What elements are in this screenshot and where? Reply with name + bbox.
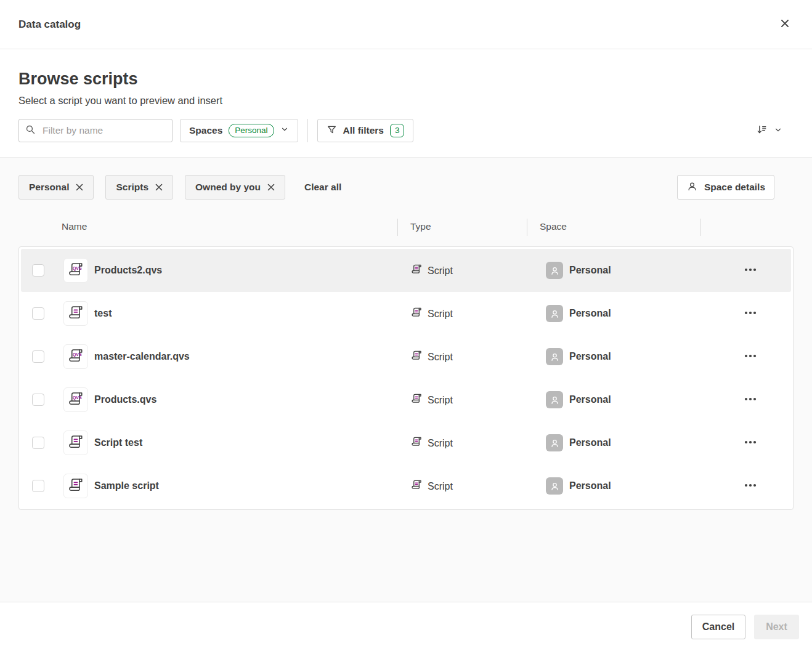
row-checkbox-cell: [32, 264, 44, 277]
qvs-file-icon: QVS: [68, 261, 84, 280]
personal-space-avatar-icon: [546, 391, 563, 408]
table-row[interactable]: QVS Script test: [21, 421, 791, 464]
personal-space-avatar-icon: [546, 305, 563, 322]
toolbar-divider: [307, 119, 308, 142]
file-icon-box: QVS: [63, 387, 88, 412]
script-type-icon: [411, 393, 423, 407]
row-space-cell: Personal: [546, 305, 611, 322]
chevron-down-icon: [280, 125, 289, 136]
script-type-icon: [411, 350, 423, 364]
three-dots-icon: [744, 392, 757, 408]
qvs-file-icon: QVS: [68, 390, 84, 410]
filter-chips-row: Personal Scripts Owned by you Clear all …: [18, 175, 794, 200]
close-button[interactable]: [776, 16, 794, 33]
row-checkbox[interactable]: [32, 307, 44, 320]
filter-chip[interactable]: Personal: [18, 175, 94, 200]
table-card: QVS Products2.qvs: [18, 246, 794, 510]
row-type-label: Script: [428, 308, 453, 319]
filter-chip-label: Personal: [29, 182, 69, 193]
next-button[interactable]: Next: [754, 615, 799, 639]
row-type-cell: Script: [411, 479, 453, 493]
space-details-button[interactable]: Space details: [677, 175, 774, 200]
chip-remove-icon[interactable]: [155, 184, 163, 191]
row-checkbox[interactable]: [32, 480, 44, 492]
column-header-name[interactable]: Name: [62, 221, 87, 232]
svg-text:QVS: QVS: [72, 266, 81, 271]
row-space-cell: Personal: [546, 262, 611, 279]
row-checkbox[interactable]: [32, 394, 44, 406]
table-row[interactable]: QVS Sample script: [21, 464, 791, 507]
person-icon: [686, 180, 698, 195]
row-menu-button[interactable]: [742, 305, 759, 322]
file-icon-box: QVS: [63, 258, 88, 283]
filter-chips: Personal Scripts Owned by you: [18, 175, 285, 200]
filters-count-badge: 3: [390, 124, 405, 137]
search-input[interactable]: [41, 124, 167, 137]
row-space-cell: Personal: [546, 348, 611, 365]
personal-space-avatar-icon: [546, 262, 563, 279]
space-details-label: Space details: [704, 182, 765, 193]
row-space-cell: Personal: [546, 434, 611, 451]
file-icon-box: QVS: [63, 301, 88, 326]
row-name: Sample script: [94, 480, 159, 491]
clear-all-button[interactable]: Clear all: [304, 182, 341, 193]
spaces-dropdown[interactable]: Spaces Personal: [180, 119, 298, 142]
search-icon: [25, 124, 36, 137]
filter-chip-label: Owned by you: [195, 182, 261, 193]
chip-remove-icon[interactable]: [76, 184, 83, 191]
close-icon: [779, 17, 791, 31]
row-menu-button[interactable]: [742, 477, 759, 495]
column-header-type[interactable]: Type: [410, 221, 431, 232]
personal-space-avatar-icon: [546, 348, 563, 365]
file-icon-box: QVS: [63, 344, 88, 369]
script-type-icon: [411, 264, 423, 278]
personal-space-avatar-icon: [546, 477, 563, 495]
row-menu-button[interactable]: [742, 348, 759, 365]
row-space-label: Personal: [569, 480, 611, 491]
table-body: QVS Products2.qvs: [21, 249, 791, 507]
script-file-icon: [68, 434, 84, 453]
row-menu-button[interactable]: [742, 391, 759, 408]
filter-chip[interactable]: Owned by you: [185, 175, 285, 200]
filter-chip[interactable]: Scripts: [105, 175, 173, 200]
filter-funnel-icon: [327, 124, 337, 137]
table-row[interactable]: QVS Products.qvs: [21, 378, 791, 421]
chip-remove-icon[interactable]: [267, 184, 275, 191]
all-filters-button[interactable]: All filters 3: [317, 119, 414, 142]
row-checkbox[interactable]: [32, 264, 44, 277]
column-header-space[interactable]: Space: [540, 221, 567, 232]
column-divider: [397, 219, 398, 236]
dialog-header: Data catalog: [0, 0, 812, 49]
sort-chevron-icon: [774, 126, 782, 136]
dialog-title: Data catalog: [18, 18, 81, 31]
spaces-label: Spaces: [189, 125, 222, 136]
toolbar: Spaces Personal All filters 3: [18, 119, 794, 142]
row-type-label: Script: [428, 351, 453, 362]
script-file-icon: [68, 477, 84, 496]
file-icon-box: QVS: [63, 431, 88, 455]
sort-control[interactable]: [756, 124, 782, 137]
table-row[interactable]: QVS Products2.qvs: [21, 249, 791, 292]
row-checkbox-cell: [32, 480, 44, 492]
row-name: Products.qvs: [94, 394, 156, 405]
row-checkbox-cell: [32, 350, 44, 363]
row-checkbox-cell: [32, 394, 44, 406]
three-dots-icon: [744, 306, 757, 321]
row-space-cell: Personal: [546, 477, 611, 495]
table-row[interactable]: QVS test: [21, 292, 791, 335]
row-menu-button[interactable]: [742, 262, 759, 279]
hero-section: Browse scripts Select a script you want …: [0, 49, 812, 157]
personal-space-avatar-icon: [546, 434, 563, 451]
script-type-icon: [411, 436, 423, 450]
file-icon-box: QVS: [63, 474, 88, 498]
row-menu-button[interactable]: [742, 434, 759, 451]
table-row[interactable]: QVS master-calendar.qvs: [21, 335, 791, 378]
qvs-file-icon: QVS: [68, 347, 84, 366]
row-space-label: Personal: [569, 308, 611, 319]
row-type-cell: Script: [411, 264, 453, 278]
all-filters-label: All filters: [343, 125, 384, 136]
row-checkbox[interactable]: [32, 437, 44, 449]
row-checkbox[interactable]: [32, 350, 44, 363]
cancel-button[interactable]: Cancel: [691, 615, 745, 639]
row-checkbox-cell: [32, 437, 44, 449]
